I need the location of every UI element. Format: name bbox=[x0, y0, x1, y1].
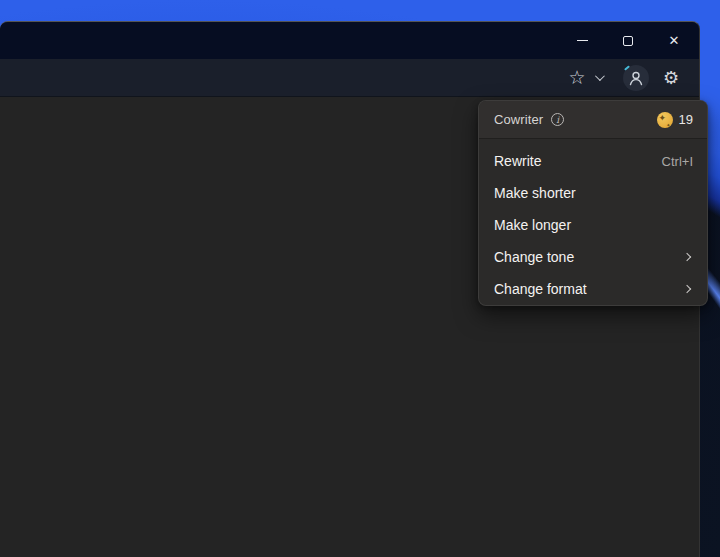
menu-item-label: Make longer bbox=[494, 217, 571, 233]
menu-item-make-shorter[interactable]: Make shorter bbox=[479, 177, 707, 209]
cowriter-menu-header: Cowriter i ✦ ✦ 19 bbox=[479, 101, 707, 139]
menu-item-label: Change tone bbox=[494, 249, 574, 265]
star-dropdown-button[interactable] bbox=[589, 63, 607, 93]
menu-item-change-format[interactable]: Change format bbox=[479, 273, 707, 305]
sparkle-small-icon: ✦ bbox=[666, 122, 670, 128]
cowriter-menu-items: Rewrite Ctrl+I Make shorter Make longer … bbox=[479, 139, 707, 305]
close-button[interactable]: ✕ bbox=[651, 22, 697, 59]
menu-item-change-tone[interactable]: Change tone bbox=[479, 241, 707, 273]
cowriter-menu: Cowriter i ✦ ✦ 19 Rewrite Ctrl+I Make sh… bbox=[478, 100, 708, 306]
credits-coin-icon: ✦ ✦ bbox=[657, 112, 673, 128]
favorite-star-button[interactable]: ☆ bbox=[565, 63, 589, 93]
cowriter-title: Cowriter bbox=[494, 112, 543, 127]
chevron-right-icon bbox=[683, 285, 691, 293]
toolbar: ☆ ⚙ bbox=[0, 59, 699, 97]
menu-item-label: Make shorter bbox=[494, 185, 576, 201]
shortcut-label: Ctrl+I bbox=[662, 154, 693, 169]
chevron-down-icon bbox=[594, 71, 604, 81]
maximize-icon bbox=[623, 36, 633, 46]
info-icon[interactable]: i bbox=[551, 113, 564, 126]
minimize-button[interactable] bbox=[559, 22, 605, 59]
chevron-right-icon bbox=[683, 253, 691, 261]
menu-item-make-longer[interactable]: Make longer bbox=[479, 209, 707, 241]
menu-item-label: Rewrite bbox=[494, 153, 541, 169]
maximize-button[interactable] bbox=[605, 22, 651, 59]
close-icon: ✕ bbox=[669, 34, 680, 47]
titlebar[interactable]: ✕ bbox=[0, 22, 699, 59]
settings-button[interactable]: ⚙ bbox=[658, 63, 684, 93]
minimize-icon bbox=[577, 40, 588, 41]
gear-icon: ⚙ bbox=[663, 69, 679, 87]
sparkle-icon: ✦ bbox=[659, 112, 667, 125]
credits-count: 19 bbox=[679, 112, 693, 127]
menu-item-label: Change format bbox=[494, 281, 587, 297]
menu-item-rewrite[interactable]: Rewrite Ctrl+I bbox=[479, 145, 707, 177]
star-icon: ☆ bbox=[568, 68, 585, 87]
account-button[interactable] bbox=[623, 65, 649, 91]
